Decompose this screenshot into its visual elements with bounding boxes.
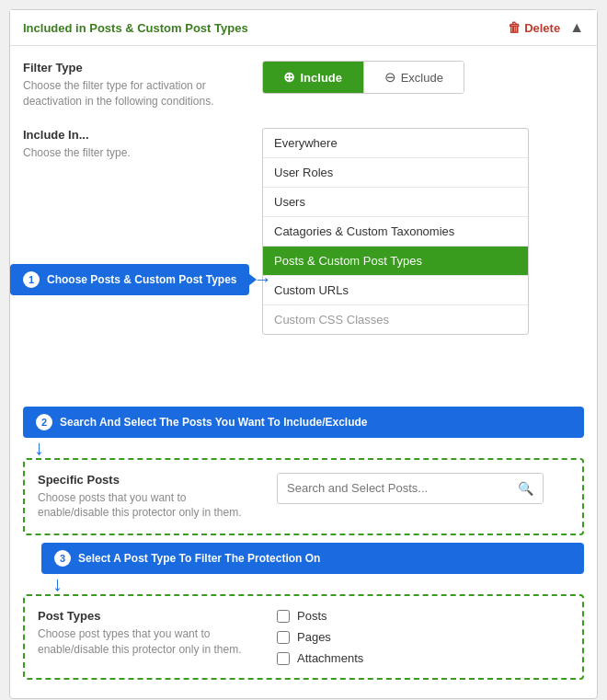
- include-button[interactable]: ⊕ Include: [263, 62, 363, 93]
- step2-number: 2: [36, 414, 52, 430]
- specific-posts-right: 🔍: [277, 473, 569, 522]
- search-icon-button[interactable]: 🔍: [509, 474, 543, 503]
- delete-button[interactable]: 🗑 Delete: [508, 20, 560, 35]
- step1-label: Choose Posts & Custom Post Types: [47, 273, 236, 286]
- step1-balloon: 1 Choose Posts & Custom Post Types: [10, 264, 249, 295]
- post-type-attachments: Attachments: [277, 651, 569, 665]
- exclude-button[interactable]: ⊖ Exclude: [363, 62, 464, 93]
- step3-label: Select A Post Type To Filter The Protect…: [78, 552, 320, 565]
- post-type-pages: Pages: [277, 630, 569, 644]
- include-in-label: Include In...: [23, 128, 244, 142]
- step3-arrow-container: 3 Select A Post Type To Filter The Prote…: [23, 543, 584, 594]
- header-actions: 🗑 Delete ▲: [508, 19, 584, 36]
- step2-wrapper: 2 Search And Select The Posts You Want T…: [10, 397, 597, 458]
- checkbox-attachments-label: Attachments: [297, 651, 363, 665]
- post-types-left: Post Types Choose post types that you wa…: [38, 609, 258, 665]
- list-item[interactable]: Custom CSS Classes: [263, 305, 528, 334]
- list-item[interactable]: Users: [263, 188, 528, 217]
- specific-posts-label: Specific Posts: [38, 473, 258, 487]
- checkbox-attachments[interactable]: [277, 652, 290, 665]
- list-item[interactable]: Everywhere: [263, 129, 528, 158]
- search-input-wrap: 🔍: [277, 473, 544, 504]
- list-item-active[interactable]: Posts & Custom Post Types: [263, 247, 528, 276]
- post-types-label: Post Types: [38, 609, 258, 623]
- step1-number: 1: [23, 271, 40, 288]
- filter-type-row: Filter Type Choose the filter type for a…: [23, 61, 584, 109]
- main-panel: Included in Posts & Custom Post Types 🗑 …: [9, 9, 598, 699]
- filter-type-left: Filter Type Choose the filter type for a…: [23, 61, 244, 109]
- post-types-desc: Choose post types that you want to enabl…: [38, 626, 258, 658]
- list-item[interactable]: Custom URLs: [263, 276, 528, 305]
- step3-balloon: 3 Select A Post Type To Filter The Prote…: [41, 543, 584, 574]
- post-types-section: Post Types Choose post types that you wa…: [23, 594, 584, 680]
- step2-label: Search And Select The Posts You Want To …: [60, 416, 368, 429]
- step3-number: 3: [54, 550, 71, 567]
- specific-posts-section: Specific Posts Choose posts that you wan…: [23, 458, 584, 536]
- specific-posts-row: Specific Posts Choose posts that you wan…: [38, 473, 569, 522]
- include-in-left: Include In... Choose the filter type.: [23, 128, 244, 335]
- filter-type-label: Filter Type: [23, 61, 244, 75]
- post-types-wrapper: Post Types Choose post types that you wa…: [10, 594, 597, 698]
- checkbox-posts-label: Posts: [297, 609, 327, 623]
- include-list: Everywhere User Roles Users Catagories &…: [262, 128, 529, 335]
- filter-type-buttons: ⊕ Include ⊖ Exclude: [262, 61, 464, 94]
- minus-icon: ⊖: [384, 69, 396, 86]
- post-types-row: Post Types Choose post types that you wa…: [38, 609, 569, 665]
- step1-container: 1 Choose Posts & Custom Post Types →: [10, 264, 271, 295]
- step2-arrow-down: ↓: [23, 438, 584, 458]
- step3-arrow-down: ↓: [41, 574, 584, 594]
- step3-wrapper: 3 Select A Post Type To Filter The Prote…: [10, 535, 597, 594]
- filter-type-desc: Choose the filter type for activation or…: [23, 78, 244, 109]
- checkbox-pages[interactable]: [277, 631, 290, 644]
- specific-posts-wrapper: Specific Posts Choose posts that you wan…: [10, 458, 597, 536]
- include-in-row: Include In... Choose the filter type. Ev…: [23, 128, 584, 335]
- panel-title: Included in Posts & Custom Post Types: [23, 21, 248, 35]
- specific-posts-left: Specific Posts Choose posts that you wan…: [38, 473, 258, 522]
- collapse-button[interactable]: ▲: [569, 19, 584, 36]
- search-icon: 🔍: [518, 481, 533, 496]
- include-in-section: Include In... Choose the filter type. Ev…: [10, 128, 597, 335]
- specific-posts-desc: Choose posts that you want to enable/dis…: [38, 490, 258, 522]
- step2-balloon: 2 Search And Select The Posts You Want T…: [23, 407, 584, 438]
- checkbox-posts[interactable]: [277, 610, 290, 623]
- trash-icon: 🗑: [508, 20, 521, 35]
- include-in-desc: Choose the filter type.: [23, 145, 244, 161]
- list-item[interactable]: Catagories & Custom Taxonomies: [263, 217, 528, 247]
- list-item[interactable]: User Roles: [263, 158, 528, 188]
- include-in-right: Everywhere User Roles Users Catagories &…: [262, 128, 584, 335]
- plus-icon: ⊕: [283, 69, 295, 86]
- filter-type-section: Filter Type Choose the filter type for a…: [10, 46, 597, 117]
- checkbox-pages-label: Pages: [297, 630, 331, 644]
- header-bar: Included in Posts & Custom Post Types 🗑 …: [10, 10, 597, 46]
- post-types-right: Posts Pages Attachments: [277, 609, 569, 665]
- post-type-posts: Posts: [277, 609, 569, 623]
- filter-type-right: ⊕ Include ⊖ Exclude: [262, 61, 584, 109]
- search-posts-input[interactable]: [278, 474, 509, 502]
